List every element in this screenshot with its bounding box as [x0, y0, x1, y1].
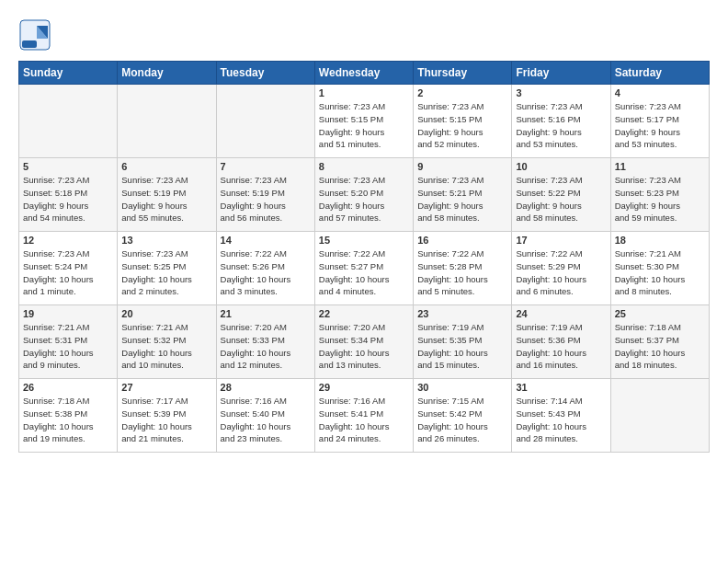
day-info: Sunrise: 7:22 AM Sunset: 5:27 PM Dayligh… [319, 247, 409, 298]
day-cell: 3Sunrise: 7:23 AM Sunset: 5:16 PM Daylig… [512, 85, 610, 158]
svg-rect-3 [22, 40, 37, 48]
weekday-header-sunday: Sunday [19, 62, 118, 85]
day-info: Sunrise: 7:20 AM Sunset: 5:34 PM Dayligh… [319, 321, 409, 372]
day-cell: 12Sunrise: 7:23 AM Sunset: 5:24 PM Dayli… [19, 232, 118, 305]
day-cell: 23Sunrise: 7:19 AM Sunset: 5:35 PM Dayli… [414, 305, 512, 379]
day-cell: 21Sunrise: 7:20 AM Sunset: 5:33 PM Dayli… [216, 305, 314, 379]
day-info: Sunrise: 7:17 AM Sunset: 5:39 PM Dayligh… [121, 395, 211, 445]
day-number: 15 [319, 235, 409, 246]
day-cell [19, 85, 118, 158]
day-info: Sunrise: 7:23 AM Sunset: 5:18 PM Dayligh… [23, 174, 113, 224]
day-number: 31 [516, 382, 606, 393]
logo-icon [18, 18, 51, 52]
day-info: Sunrise: 7:21 AM Sunset: 5:31 PM Dayligh… [23, 321, 113, 372]
day-info: Sunrise: 7:23 AM Sunset: 5:22 PM Dayligh… [516, 174, 606, 224]
day-cell: 7Sunrise: 7:23 AM Sunset: 5:19 PM Daylig… [216, 158, 314, 232]
day-cell: 31Sunrise: 7:14 AM Sunset: 5:43 PM Dayli… [512, 379, 610, 453]
weekday-header-row: SundayMondayTuesdayWednesdayThursdayFrid… [19, 62, 710, 85]
day-cell: 11Sunrise: 7:23 AM Sunset: 5:23 PM Dayli… [610, 158, 709, 232]
day-number: 5 [23, 161, 113, 172]
day-number: 16 [417, 235, 507, 246]
day-info: Sunrise: 7:23 AM Sunset: 5:21 PM Dayligh… [417, 174, 507, 224]
day-number: 27 [121, 382, 211, 393]
day-cell: 19Sunrise: 7:21 AM Sunset: 5:31 PM Dayli… [19, 305, 118, 379]
day-number: 12 [23, 235, 113, 246]
day-number: 6 [121, 161, 211, 172]
day-number: 22 [319, 308, 409, 319]
week-row-5: 26Sunrise: 7:18 AM Sunset: 5:38 PM Dayli… [19, 379, 710, 453]
day-cell: 30Sunrise: 7:15 AM Sunset: 5:42 PM Dayli… [414, 379, 512, 453]
day-number: 25 [615, 308, 705, 319]
day-cell: 24Sunrise: 7:19 AM Sunset: 5:36 PM Dayli… [512, 305, 610, 379]
day-info: Sunrise: 7:23 AM Sunset: 5:15 PM Dayligh… [417, 100, 507, 151]
day-info: Sunrise: 7:23 AM Sunset: 5:20 PM Dayligh… [319, 174, 409, 224]
day-cell: 20Sunrise: 7:21 AM Sunset: 5:32 PM Dayli… [118, 305, 216, 379]
day-info: Sunrise: 7:16 AM Sunset: 5:40 PM Dayligh… [221, 395, 311, 445]
day-info: Sunrise: 7:22 AM Sunset: 5:28 PM Dayligh… [417, 247, 507, 298]
week-row-1: 1Sunrise: 7:23 AM Sunset: 5:15 PM Daylig… [19, 85, 710, 158]
weekday-header-monday: Monday [118, 62, 216, 85]
day-cell [610, 379, 709, 453]
weekday-header-friday: Friday [512, 62, 610, 85]
day-info: Sunrise: 7:23 AM Sunset: 5:17 PM Dayligh… [615, 100, 705, 151]
day-info: Sunrise: 7:14 AM Sunset: 5:43 PM Dayligh… [516, 395, 606, 445]
day-number: 13 [121, 235, 211, 246]
day-cell: 16Sunrise: 7:22 AM Sunset: 5:28 PM Dayli… [414, 232, 512, 305]
day-number: 9 [417, 161, 507, 172]
week-row-4: 19Sunrise: 7:21 AM Sunset: 5:31 PM Dayli… [19, 305, 710, 379]
day-info: Sunrise: 7:23 AM Sunset: 5:16 PM Dayligh… [516, 100, 606, 151]
day-info: Sunrise: 7:23 AM Sunset: 5:24 PM Dayligh… [23, 247, 113, 298]
day-number: 18 [615, 235, 705, 246]
day-info: Sunrise: 7:15 AM Sunset: 5:42 PM Dayligh… [417, 395, 507, 445]
weekday-header-wednesday: Wednesday [314, 62, 413, 85]
day-info: Sunrise: 7:18 AM Sunset: 5:37 PM Dayligh… [615, 321, 705, 372]
day-number: 7 [221, 161, 311, 172]
day-cell: 13Sunrise: 7:23 AM Sunset: 5:25 PM Dayli… [118, 232, 216, 305]
day-number: 8 [319, 161, 409, 172]
week-row-2: 5Sunrise: 7:23 AM Sunset: 5:18 PM Daylig… [19, 158, 710, 232]
day-cell: 18Sunrise: 7:21 AM Sunset: 5:30 PM Dayli… [610, 232, 709, 305]
day-cell: 17Sunrise: 7:22 AM Sunset: 5:29 PM Dayli… [512, 232, 610, 305]
day-cell: 15Sunrise: 7:22 AM Sunset: 5:27 PM Dayli… [314, 232, 413, 305]
calendar-table: SundayMondayTuesdayWednesdayThursdayFrid… [18, 61, 710, 453]
day-number: 14 [221, 235, 311, 246]
weekday-header-saturday: Saturday [610, 62, 709, 85]
day-cell [118, 85, 216, 158]
day-cell: 6Sunrise: 7:23 AM Sunset: 5:19 PM Daylig… [118, 158, 216, 232]
day-cell: 1Sunrise: 7:23 AM Sunset: 5:15 PM Daylig… [314, 85, 413, 158]
day-number: 20 [121, 308, 211, 319]
day-number: 3 [516, 87, 606, 98]
day-info: Sunrise: 7:19 AM Sunset: 5:35 PM Dayligh… [417, 321, 507, 372]
day-number: 30 [417, 382, 507, 393]
day-info: Sunrise: 7:23 AM Sunset: 5:25 PM Dayligh… [121, 247, 211, 298]
weekday-header-thursday: Thursday [414, 62, 512, 85]
day-info: Sunrise: 7:22 AM Sunset: 5:26 PM Dayligh… [221, 247, 311, 298]
day-number: 4 [615, 87, 705, 98]
week-row-3: 12Sunrise: 7:23 AM Sunset: 5:24 PM Dayli… [19, 232, 710, 305]
day-number: 23 [417, 308, 507, 319]
day-cell: 2Sunrise: 7:23 AM Sunset: 5:15 PM Daylig… [414, 85, 512, 158]
day-number: 2 [417, 87, 507, 98]
day-cell: 4Sunrise: 7:23 AM Sunset: 5:17 PM Daylig… [610, 85, 709, 158]
logo [18, 18, 55, 52]
day-info: Sunrise: 7:21 AM Sunset: 5:30 PM Dayligh… [615, 247, 705, 298]
day-info: Sunrise: 7:23 AM Sunset: 5:15 PM Dayligh… [319, 100, 409, 151]
day-cell: 10Sunrise: 7:23 AM Sunset: 5:22 PM Dayli… [512, 158, 610, 232]
day-number: 28 [221, 382, 311, 393]
day-cell [216, 85, 314, 158]
day-number: 1 [319, 87, 409, 98]
day-info: Sunrise: 7:22 AM Sunset: 5:29 PM Dayligh… [516, 247, 606, 298]
day-number: 19 [23, 308, 113, 319]
page-header [18, 18, 710, 52]
day-number: 29 [319, 382, 409, 393]
day-info: Sunrise: 7:23 AM Sunset: 5:19 PM Dayligh… [221, 174, 311, 224]
day-info: Sunrise: 7:18 AM Sunset: 5:38 PM Dayligh… [23, 395, 113, 445]
day-number: 26 [23, 382, 113, 393]
day-cell: 14Sunrise: 7:22 AM Sunset: 5:26 PM Dayli… [216, 232, 314, 305]
day-cell: 25Sunrise: 7:18 AM Sunset: 5:37 PM Dayli… [610, 305, 709, 379]
day-cell: 22Sunrise: 7:20 AM Sunset: 5:34 PM Dayli… [314, 305, 413, 379]
day-info: Sunrise: 7:19 AM Sunset: 5:36 PM Dayligh… [516, 321, 606, 372]
day-number: 17 [516, 235, 606, 246]
day-info: Sunrise: 7:16 AM Sunset: 5:41 PM Dayligh… [319, 395, 409, 445]
day-cell: 27Sunrise: 7:17 AM Sunset: 5:39 PM Dayli… [118, 379, 216, 453]
